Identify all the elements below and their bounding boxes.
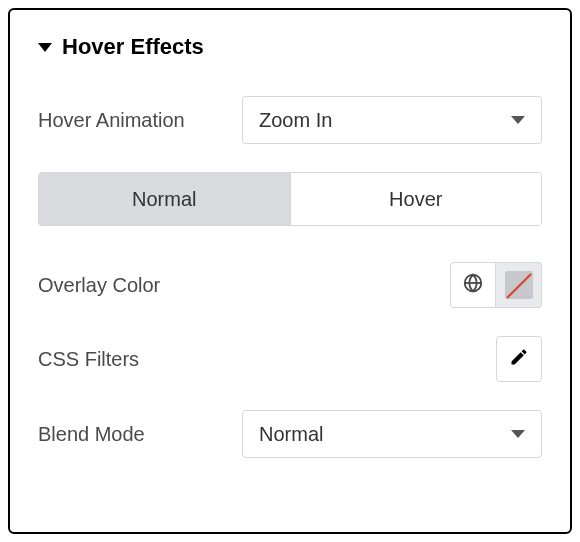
overlay-color-swatch-button[interactable] [496, 262, 542, 308]
caret-down-icon [38, 43, 52, 52]
css-filters-edit-button[interactable] [496, 336, 542, 382]
hover-animation-select[interactable]: Zoom In [242, 96, 542, 144]
hover-animation-value: Zoom In [259, 109, 332, 132]
overlay-color-controls [450, 262, 542, 308]
pencil-icon [509, 347, 529, 371]
hover-effects-panel: Hover Effects Hover Animation Zoom In No… [8, 8, 572, 534]
css-filters-row: CSS Filters [38, 336, 542, 382]
state-tabs: Normal Hover [38, 172, 542, 226]
chevron-down-icon [511, 430, 525, 438]
blend-mode-select[interactable]: Normal [242, 410, 542, 458]
tab-normal[interactable]: Normal [39, 173, 290, 225]
blend-mode-row: Blend Mode Normal [38, 410, 542, 458]
blend-mode-label: Blend Mode [38, 423, 145, 446]
blend-mode-value: Normal [259, 423, 323, 446]
globe-button[interactable] [450, 262, 496, 308]
css-filters-label: CSS Filters [38, 348, 139, 371]
hover-animation-row: Hover Animation Zoom In [38, 96, 542, 144]
section-header[interactable]: Hover Effects [38, 34, 542, 60]
section-title: Hover Effects [62, 34, 204, 60]
overlay-color-label: Overlay Color [38, 274, 160, 297]
chevron-down-icon [511, 116, 525, 124]
hover-animation-label: Hover Animation [38, 109, 185, 132]
overlay-color-row: Overlay Color [38, 262, 542, 308]
color-swatch-none-icon [505, 271, 533, 299]
tab-hover[interactable]: Hover [290, 173, 542, 225]
globe-icon [462, 272, 484, 298]
